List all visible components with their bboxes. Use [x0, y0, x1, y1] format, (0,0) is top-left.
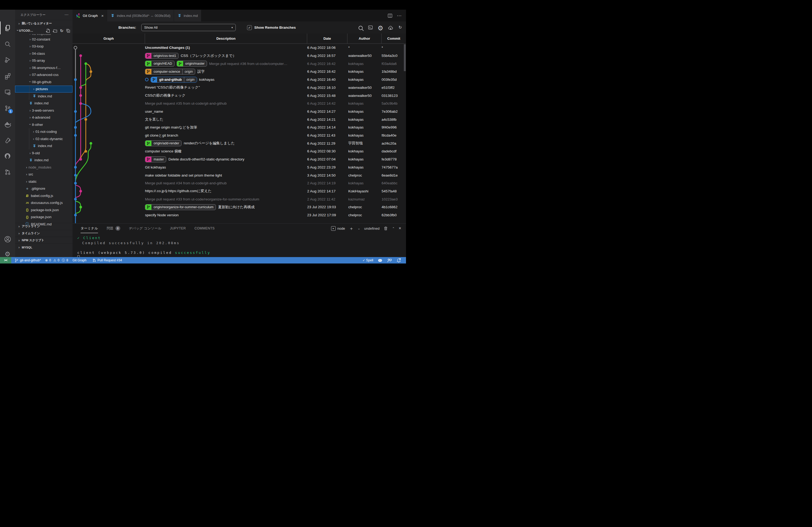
column-header-Description[interactable]: Description — [145, 33, 307, 44]
commit-row[interactable]: CSSの節の画像チェック6 Aug 2022 15:48waterwalker5… — [73, 91, 406, 100]
toolbar-settings-icon[interactable]: ⚙ — [378, 25, 383, 31]
tree-file-index.md[interactable]: index.md — [15, 157, 73, 164]
tree-folder-08-git-github[interactable]: ›08-git-github — [15, 78, 73, 86]
tree-file-index.md[interactable]: index.md — [15, 100, 73, 107]
activity-account-icon[interactable] — [0, 232, 15, 245]
commit-row[interactable]: Merge pull request #35 from ut-code/git-… — [73, 100, 406, 108]
branch-badge-computer-science[interactable]: computer-scienceorigin — [145, 69, 195, 75]
panel-closex-icon[interactable]: × — [399, 226, 401, 230]
panel-caretup-icon[interactable]: ⌃ — [392, 227, 394, 230]
commit-row[interactable]: origin/css-test1CSS（フレックスボックスまで）6 Aug 20… — [73, 52, 406, 60]
panel-split-icon[interactable]: undefined — [364, 226, 379, 230]
tree-folder-02-static-dynamic[interactable]: ›02-static-dynamic — [15, 135, 73, 142]
remote-indicator[interactable]: >< — [0, 257, 11, 264]
tree-folder-pictures[interactable]: ›pictures — [15, 86, 73, 93]
commit-row[interactable]: Revert "CSSの節の画像チェック"6 Aug 2022 16:10wat… — [73, 84, 406, 92]
tab-index.md[interactable]: index.md — [174, 10, 201, 21]
activity-extensions-icon[interactable] — [0, 70, 15, 82]
tree-folder-06-anonymous-f…[interactable]: ›06-anonymous-f… — [15, 64, 73, 71]
activity-remote-explorer-icon[interactable] — [0, 86, 15, 99]
tree-file-index.md[interactable]: index.md — [15, 93, 73, 100]
panel-tab-COMMENTS[interactable]: COMMENTS — [194, 224, 215, 233]
commit-row[interactable]: git-and-githuboriginkokhayas6 Aug 2022 1… — [73, 76, 406, 84]
spell-status[interactable]: ✓ Spell — [360, 258, 375, 262]
column-header-Date[interactable]: Date — [307, 33, 347, 44]
commit-row[interactable]: specify Node version23 Jul 2022 17:09che… — [73, 211, 406, 219]
commit-row[interactable]: computer-scienceorigin誤字6 Aug 2022 16:42… — [73, 67, 406, 76]
tree-folder-static[interactable]: ›static — [15, 178, 73, 185]
commit-row[interactable]: Merge pull request #34 from ut-code/git-… — [73, 179, 406, 187]
sidebar-section-タイムライン[interactable]: ›タイムライン — [15, 230, 73, 237]
copilot-icon[interactable] — [375, 258, 385, 263]
activity-run-debug-icon[interactable] — [0, 54, 15, 66]
tree-folder-03-loop[interactable]: ›03-loop — [15, 43, 73, 50]
branch-badge-origin/HEAD[interactable]: origin/HEAD — [145, 61, 175, 66]
column-header-Graph[interactable]: Graph — [73, 33, 145, 44]
tree-folder-02-constant[interactable]: ›02-constant — [15, 36, 73, 43]
commit-row[interactable]: git cloneとgit branch6 Aug 2022 11:43kokh… — [73, 132, 406, 139]
tree-folder-01-not-coding[interactable]: ›01-not-coding — [15, 128, 73, 136]
pull-request-status[interactable]: Pull Request #34 — [89, 258, 124, 262]
tree-folder-8-other[interactable]: ›8-other — [15, 121, 73, 128]
panel-tab-JUPYTER[interactable]: JUPYTER — [170, 224, 186, 233]
activity-docker-icon[interactable] — [0, 118, 15, 131]
tree-folder-9-old[interactable]: ›9-old — [15, 149, 73, 157]
toolbar-fetch-icon[interactable] — [388, 25, 393, 32]
commit-row[interactable]: user_name6 Aug 2022 14:27kokhayas7e306ab… — [73, 108, 406, 116]
branch-badge-origin/master[interactable]: origin/master — [177, 61, 207, 66]
branch-status[interactable]: git-and-github* — [11, 258, 43, 262]
explorer-refresh-icon[interactable]: ↻ — [60, 29, 63, 33]
tree-file-docusaurus.config.js[interactable]: JSdocusaurus.config.js — [15, 199, 73, 207]
toolbar-terminal-icon[interactable] — [368, 25, 373, 31]
commit-row[interactable]: https://.co.jpをhttps://github.comに変えた2 A… — [73, 187, 406, 195]
explorer-collapse-all-icon[interactable] — [66, 28, 70, 33]
tab-index.md (003fe35d^ ↔ 003fe35d)[interactable]: index.md (003fe35d^ ↔ 003fe35d) — [107, 10, 174, 21]
tree-file-package.json[interactable]: {}package.json — [15, 214, 73, 221]
sidebar-more-icon[interactable]: ⋯ — [64, 12, 69, 17]
tree-folder-05-array[interactable]: ›05-array — [15, 57, 73, 64]
toolbar-search-icon[interactable] — [358, 25, 364, 33]
tree-file-babel.config.js[interactable]: Bbabel.config.js — [15, 192, 73, 199]
tree-file-index.md[interactable]: index.md — [15, 142, 73, 150]
tree-file-package-lock.json[interactable]: {}package-lock.json — [15, 206, 73, 214]
tree-file-.gitignore[interactable]: ◆.gitignore — [15, 185, 73, 192]
activity-pull-requests-icon[interactable] — [0, 166, 15, 178]
panel-tab-ターミナル[interactable]: ターミナル — [81, 224, 98, 233]
tree-folder-07-advanced-css[interactable]: ›07-advanced-css — [15, 71, 73, 79]
open-editors-section[interactable]: › 開いているエディター — [15, 20, 73, 27]
panel-tab-デバッグ コンソール[interactable]: デバッグ コンソール — [129, 224, 161, 233]
sidebar-section-NPM スクリプト[interactable]: ›NPM スクリプト — [15, 237, 73, 244]
branch-badge-origin/add-render[interactable]: origin/add-render — [145, 140, 182, 146]
shell-selector[interactable]: ▸node — [331, 226, 345, 231]
commit-row[interactable]: origin/add-renderrenderのページを編集しました6 Aug … — [73, 139, 406, 147]
tree-folder-04-class[interactable]: ›04-class — [15, 50, 73, 57]
panel-plus-icon[interactable]: ＋ — [349, 226, 354, 231]
splitview-icon[interactable] — [388, 13, 393, 18]
panel-caretdown-icon[interactable]: ⌄ — [358, 227, 360, 230]
tab-close-icon[interactable]: × — [101, 13, 104, 18]
tree-file-README.md[interactable]: ⓘREADME.md — [15, 221, 73, 228]
more-icon[interactable]: ⋯ — [397, 13, 402, 18]
commit-row[interactable]: git merge origin mainなどを加筆6 Aug 2022 14:… — [73, 123, 406, 132]
sidebar-section-MYSQL[interactable]: ›MYSQL — [15, 244, 73, 251]
explorer-new-folder-icon[interactable] — [53, 28, 57, 33]
activity-search-icon[interactable] — [0, 37, 15, 50]
workspace-folder-header[interactable]: › UTCOD… ↻ — [15, 27, 73, 34]
activity-github-icon[interactable] — [0, 150, 15, 163]
commit-row[interactable]: 文を直した6 Aug 2022 14:21kokhayasa4c538fb — [73, 115, 406, 123]
column-header-Author[interactable]: Author — [347, 33, 381, 44]
activity-source-control-icon[interactable]: 1 — [0, 102, 15, 115]
commit-row[interactable]: Git kokhayas5 Aug 2022 23:29kokhayas7475… — [73, 163, 406, 171]
activity-loop-tool-icon[interactable] — [0, 134, 15, 147]
tab-Git Graph[interactable]: Git Graph× — [73, 10, 107, 21]
branch-badge-origin/css-test1[interactable]: origin/css-test1 — [145, 53, 178, 59]
tree-folder-4-advanced[interactable]: ›4-advanced — [15, 114, 73, 121]
commit-row[interactable]: Uncommitted Changes (1)6 Aug 2022 18:06*… — [73, 44, 406, 52]
panel-tab-問題[interactable]: 問題8 — [106, 224, 120, 233]
show-remote-branches[interactable]: ✓ Show Remote Branches — [247, 25, 296, 30]
commit-row[interactable]: masterDelete docs/8-other/02-static-dyna… — [73, 155, 406, 163]
commit-row[interactable]: origin/reorganize-for-summer-curriculum夏… — [73, 203, 406, 211]
tree-folder-src[interactable]: ›src — [15, 171, 73, 178]
commit-row[interactable]: make sidebar foldable and set prism them… — [73, 171, 406, 179]
problems-status[interactable]: ⊗0 ⚠0 ⓘ8 — [43, 258, 70, 263]
